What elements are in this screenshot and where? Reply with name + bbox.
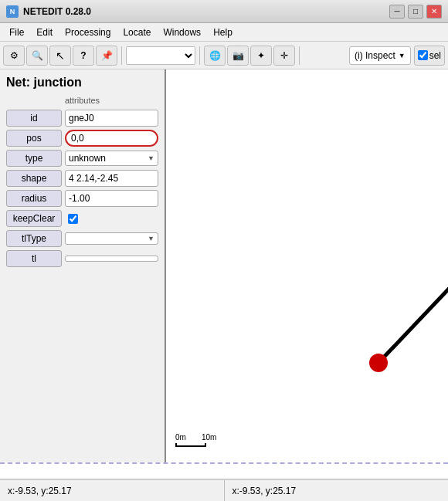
move-icon: ✛ <box>280 50 288 61</box>
separator-2 <box>199 46 200 65</box>
attr-row-keepclear: keepClear <box>6 210 158 227</box>
attr-row-type: type unknown ▼ <box>6 150 158 167</box>
menu-edit[interactable]: Edit <box>30 25 59 39</box>
dashed-separator <box>0 462 448 479</box>
attr-val-pos[interactable]: 0,0 <box>65 130 158 147</box>
type-dropdown-arrow-icon: ▼ <box>148 154 154 162</box>
inspect-arrow-icon: ▼ <box>399 52 406 59</box>
status-bar: x:-9.53, y:25.17 x:-9.53, y:25.17 <box>0 479 448 501</box>
close-button[interactable]: ✕ <box>426 5 442 19</box>
menu-file[interactable]: File <box>3 25 30 39</box>
menu-locate[interactable]: Locate <box>117 25 157 39</box>
toolbar: ⚙ 🔍 ↖ ? 📌 🌐 📷 ✦ ✛ (i) Inspect ▼ sel <box>0 42 448 69</box>
tltype-dropdown-arrow-icon: ▼ <box>148 235 154 242</box>
inspect-label: (i) Inspect <box>355 50 395 61</box>
sel-checkbox[interactable]: sel <box>414 46 445 66</box>
attr-key-id: id <box>6 110 62 127</box>
title-bar: N NETEDIT 0.28.0 ─ □ ✕ <box>0 0 448 23</box>
pin-icon: 📌 <box>101 50 113 61</box>
scale-label-0m: 0m <box>175 433 186 442</box>
left-panel: Net: junction attributes id gneJ0 pos 0,… <box>0 69 166 462</box>
network-edge <box>378 184 448 363</box>
zoom-button[interactable]: 🔍 <box>26 46 48 66</box>
app-icon: N <box>6 5 19 18</box>
status-right: x:-9.53, y:25.17 <box>225 480 449 501</box>
window-controls: ─ □ ✕ <box>389 5 442 19</box>
magic-button[interactable]: ✦ <box>250 46 272 66</box>
scale-bar-line <box>175 443 206 447</box>
menu-bar: File Edit Processing Locate Windows Help <box>0 23 448 42</box>
junction-dot-1 <box>369 354 388 372</box>
canvas-area[interactable]: 0m 10m <box>166 69 448 462</box>
status-left: x:-9.53, y:25.17 <box>0 480 225 501</box>
move-button[interactable]: ✛ <box>273 46 295 66</box>
scale-label-10m: 10m <box>202 433 216 442</box>
zoom-icon: 🔍 <box>32 50 43 61</box>
separator-3 <box>299 46 300 65</box>
attr-val-tl[interactable] <box>65 256 158 262</box>
menu-help[interactable]: Help <box>207 25 239 39</box>
app-title: NETEDIT 0.28.0 <box>23 6 91 17</box>
menu-windows[interactable]: Windows <box>157 25 207 39</box>
menu-processing[interactable]: Processing <box>59 25 117 39</box>
attr-row-tltype: tlType ▼ <box>6 230 158 247</box>
scale-labels: 0m 10m <box>175 433 216 442</box>
help-icon: ? <box>80 50 86 61</box>
magic-icon: ✦ <box>257 50 265 61</box>
attr-row-tl: tl <box>6 250 158 267</box>
globe-button[interactable]: 🌐 <box>204 46 226 66</box>
panel-title: Net: junction <box>6 76 158 90</box>
cursor-button[interactable]: ↖ <box>49 46 71 66</box>
attr-val-keepclear[interactable] <box>65 214 158 224</box>
gear-button[interactable]: ⚙ <box>3 46 25 66</box>
attr-val-type[interactable]: unknown ▼ <box>65 151 158 166</box>
attr-key-type: type <box>6 150 62 167</box>
inspect-dropdown[interactable]: (i) Inspect ▼ <box>349 46 411 65</box>
gear-icon: ⚙ <box>10 50 19 61</box>
keepclear-checkbox[interactable] <box>68 214 78 224</box>
attr-row-id: id gneJ0 <box>6 110 158 127</box>
attrs-label: attributes <box>6 96 158 105</box>
scale-bar: 0m 10m <box>175 433 216 447</box>
attr-val-tltype[interactable]: ▼ <box>65 232 158 245</box>
attr-row-radius: radius -1.00 <box>6 190 158 207</box>
mode-dropdown[interactable] <box>126 46 195 65</box>
attr-val-id[interactable]: gneJ0 <box>65 110 158 127</box>
cursor-icon: ↖ <box>56 49 65 62</box>
pin-button[interactable]: 📌 <box>96 46 117 66</box>
attr-key-tltype: tlType <box>6 230 62 247</box>
main-area: Net: junction attributes id gneJ0 pos 0,… <box>0 69 448 462</box>
attr-key-radius: radius <box>6 190 62 207</box>
attr-row-pos: pos 0,0 <box>6 130 158 147</box>
camera-icon: 📷 <box>232 50 244 61</box>
minimize-button[interactable]: ─ <box>389 5 405 19</box>
attr-val-shape[interactable]: 4 2.14,-2.45 <box>65 170 158 187</box>
canvas-svg <box>166 69 448 462</box>
type-value: unknown <box>69 153 106 164</box>
sel-check[interactable] <box>418 50 428 60</box>
attr-val-radius[interactable]: -1.00 <box>65 190 158 207</box>
camera-button[interactable]: 📷 <box>227 46 249 66</box>
separator-1 <box>121 46 122 65</box>
sel-label: sel <box>429 50 441 61</box>
help-button[interactable]: ? <box>73 46 94 66</box>
attr-key-keepclear: keepClear <box>6 210 62 227</box>
globe-icon: 🌐 <box>209 50 221 61</box>
attr-key-pos: pos <box>6 130 62 147</box>
attr-key-shape: shape <box>6 170 62 187</box>
maximize-button[interactable]: □ <box>408 5 423 19</box>
attr-row-shape: shape 4 2.14,-2.45 <box>6 170 158 187</box>
attr-key-tl: tl <box>6 250 62 267</box>
